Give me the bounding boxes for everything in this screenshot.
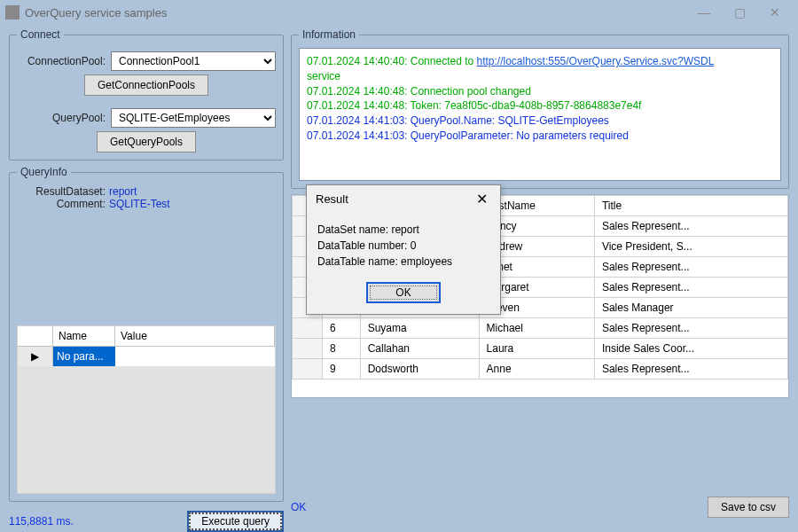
comment-label: Comment: bbox=[17, 198, 106, 210]
comment-value: SQLITE-Test bbox=[109, 198, 170, 210]
elapsed-time: 115,8881 ms. bbox=[9, 515, 74, 528]
queryinfo-group: QueryInfo ResultDataset:report Comment:S… bbox=[9, 166, 284, 502]
param-row-name: No para... bbox=[53, 347, 115, 366]
dialog-ok-button[interactable]: OK bbox=[366, 282, 441, 303]
app-icon bbox=[5, 5, 20, 20]
param-header-selector[interactable] bbox=[18, 326, 53, 346]
queryinfo-legend: QueryInfo bbox=[17, 166, 71, 178]
column-header[interactable]: Title bbox=[594, 196, 787, 216]
dialog-line-3: DataTable name: employees bbox=[317, 254, 489, 270]
table-row[interactable]: 9DodsworthAnneSales Represent... bbox=[293, 359, 788, 379]
result-dataset-label: ResultDataset: bbox=[17, 185, 106, 198]
dialog-title: Result bbox=[316, 192, 348, 206]
connection-pool-select[interactable]: ConnectionPool1 bbox=[111, 51, 276, 71]
param-row-value[interactable] bbox=[115, 347, 275, 366]
close-button[interactable]: ✕ bbox=[757, 5, 793, 20]
service-url-link[interactable]: http://localhost:555/OverQuery.Service.s… bbox=[477, 55, 715, 67]
minimize-button[interactable]: — bbox=[686, 5, 722, 20]
information-group: Information 07.01.2024 14:40:40: Connect… bbox=[291, 28, 789, 189]
table-row[interactable]: 8CallahanLauraInside Sales Coor... bbox=[293, 339, 788, 359]
dialog-line-1: DataSet name: report bbox=[317, 222, 489, 238]
param-row-selector: ▶ bbox=[18, 347, 53, 366]
save-to-csv-button[interactable]: Save to csv bbox=[708, 497, 789, 518]
param-row[interactable]: ▶ No para... bbox=[18, 347, 275, 366]
information-legend: Information bbox=[299, 28, 359, 41]
dialog-line-2: DataTable number: 0 bbox=[317, 238, 489, 254]
status-text: OK bbox=[291, 501, 306, 513]
get-query-pools-button[interactable]: GetQueryPools bbox=[97, 131, 196, 153]
titlebar: OverQuery service samples — ▢ ✕ bbox=[0, 0, 798, 25]
window-title: OverQuery service samples bbox=[25, 6, 686, 20]
maximize-button[interactable]: ▢ bbox=[722, 5, 757, 20]
connect-legend: Connect bbox=[17, 28, 64, 41]
connection-pool-label: ConnectionPool: bbox=[17, 55, 106, 67]
result-dataset-value: report bbox=[109, 185, 137, 198]
query-pool-select[interactable]: SQLITE-GetEmployees bbox=[111, 108, 276, 128]
parameter-grid[interactable]: Name Value ▶ No para... bbox=[17, 325, 276, 494]
param-header-value[interactable]: Value bbox=[115, 326, 275, 346]
table-row[interactable]: 6SuyamaMichaelSales Represent... bbox=[293, 318, 788, 339]
query-pool-label: QueryPool: bbox=[17, 112, 106, 124]
get-connection-pools-button[interactable]: GetConnectionPools bbox=[84, 74, 208, 96]
connect-group: Connect ConnectionPool: ConnectionPool1 … bbox=[9, 28, 284, 160]
param-header-name[interactable]: Name bbox=[53, 326, 115, 346]
dialog-close-icon[interactable]: ✕ bbox=[473, 191, 491, 207]
information-log[interactable]: 07.01.2024 14:40:40: Connected to http:/… bbox=[299, 48, 781, 181]
execute-query-button[interactable]: Execute query bbox=[187, 511, 284, 532]
result-dialog: Result ✕ DataSet name: report DataTable … bbox=[306, 184, 501, 315]
